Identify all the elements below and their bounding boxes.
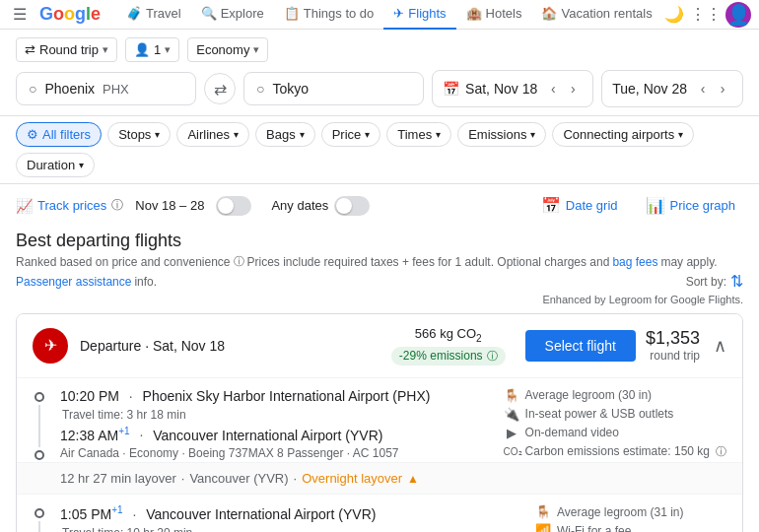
track-toggle[interactable] [216,196,251,216]
nav-tabs: 🧳 Travel 🔍 Explore 📋 Things to do ✈ Flig… [116,0,662,30]
things-icon: 📋 [284,6,300,21]
passenger-link[interactable]: Passenger assistance [16,275,131,289]
cabin-label: Economy [196,42,249,57]
destination-city: Tokyo [273,81,310,97]
date-grid-button[interactable]: 📅 Date grid [533,192,626,219]
seg1-amenities: 🪑 Average legroom (30 in) 🔌 In-seat powe… [488,388,726,461]
emissions-chevron-icon: ▾ [530,129,535,140]
swap-button[interactable]: ⇄ [204,73,236,104]
duration-label: Duration [27,158,75,172]
apps-icon[interactable]: ⋮⋮ [694,3,718,27]
expand-icon[interactable]: ∧ [714,335,726,357]
track-prices-group[interactable]: 📈 Track prices ⓘ [16,197,123,214]
cabin-chevron-icon: ▾ [253,43,259,56]
seg1-arrive-sup: +1 [118,426,129,436]
layover-dot2: · [294,471,298,486]
return-date-field[interactable]: Tue, Nov 28 ‹ › [601,70,743,107]
segment-2: 1:05 PM+1 · Vancouver International Airp… [17,494,742,532]
filter-duration[interactable]: Duration ▾ [16,153,95,177]
passengers-label: 1 [154,42,161,57]
seg1-arrive-dot: · [139,427,143,442]
segment-1-arrive: 12:38 AM+1 · Vancouver International Air… [60,426,488,443]
any-dates-toggle[interactable] [334,196,370,216]
seg2-wifi-label: Wi-Fi for a fee [557,524,631,532]
avatar[interactable]: 👤 [725,2,751,28]
flight-card-header[interactable]: ✈ Departure · Sat, Nov 18 566 kg CO2 -29… [17,314,742,377]
passengers-select[interactable]: 👤 1 ▾ [125,37,179,62]
airline-logo: ✈ [33,328,68,364]
seg1-depart-time: 10:20 PM [60,388,119,404]
trip-type-select[interactable]: ⇄ Round trip ▾ [16,37,117,62]
any-dates-label: Any dates [271,198,328,213]
connecting-chevron-icon: ▾ [678,129,683,140]
calendar-icon: 📅 [443,81,459,97]
filter-icon: ⚙ [27,127,38,142]
seg1-depart-dot: · [129,388,133,404]
layover-row: 12 hr 27 min layover · Vancouver (YVR) ·… [17,462,742,494]
cabin-class-select[interactable]: Economy ▾ [187,37,268,62]
bags-chevron-icon: ▾ [300,129,305,140]
layover-time: 12 hr 27 min layover [60,471,176,486]
nav-right: 🌙 ⋮⋮ 👤 [662,2,751,28]
tab-explore[interactable]: 🔍 Explore [191,0,274,30]
tab-travel[interactable]: 🧳 Travel [116,0,191,30]
return-next-icon[interactable]: › [713,79,732,99]
sort-icon[interactable]: ⇅ [730,272,743,291]
filter-price[interactable]: Price ▾ [321,122,381,147]
return-prev-icon[interactable]: ‹ [693,79,713,99]
amenity-row-4: CO₂ Carbon emissions estimate: 150 kg ⓘ [504,444,726,459]
departure-label: Departure · Sat, Nov 18 [80,338,225,354]
page-title: Best departing flights [16,231,743,251]
track-prices-icon: 📈 [16,198,33,214]
emissions-label: Emissions [468,127,526,142]
travel-icon: 🧳 [126,6,142,21]
segment-2-times: 1:05 PM+1 · Vancouver International Airp… [60,504,519,532]
dark-mode-icon[interactable]: 🌙 [662,3,686,27]
ranked-text: Ranked based on price and convenience [16,255,231,269]
bag-fees-link[interactable]: bag fees [612,255,657,269]
pax-chevron-icon: ▾ [165,43,171,56]
filter-connecting-airports[interactable]: Connecting airports ▾ [552,122,694,147]
results-subtext: Ranked based on price and convenience ⓘ … [16,254,743,305]
amenity-video-label: On-demand video [525,426,619,439]
tab-hotels[interactable]: 🏨 Hotels [456,0,532,30]
tab-travel-label: Travel [146,6,181,21]
search-row2: ○ Phoenix PHX ⇄ ○ Tokyo 📅 Sat, Nov 18 ‹ … [16,70,743,107]
filter-times[interactable]: Times ▾ [386,122,451,147]
segment-2-dots [33,504,46,532]
stops-chevron-icon: ▾ [155,129,160,140]
segment-2-dot-top [34,508,44,518]
seg2-depart-airport: Vancouver International Airport (YVR) [146,506,376,522]
emissions-info-icon: ⓘ [487,349,498,364]
filter-emissions[interactable]: Emissions ▾ [457,122,546,147]
round-trip-icon: ⇄ [25,42,35,57]
sort-by-group: Sort by: ⇅ [686,272,743,291]
co2-amount: 566 kg CO2 [415,326,482,344]
all-filters-label: All filters [42,127,91,142]
depart-date-field[interactable]: 📅 Sat, Nov 18 ‹ › [432,70,593,107]
select-flight-button[interactable]: Select flight [525,330,636,362]
destination-field[interactable]: ○ Tokyo [243,72,424,105]
tab-hotels-label: Hotels [486,6,522,21]
filter-bags[interactable]: Bags ▾ [255,122,315,147]
seg1-arrive-time: 12:38 AM [60,427,118,442]
top-nav: ☰ G o o g l e 🧳 Travel 🔍 Explore 📋 Thing… [0,0,759,30]
filter-stops[interactable]: Stops ▾ [107,122,171,147]
search-row1: ⇄ Round trip ▾ 👤 1 ▾ Economy ▾ [16,37,743,62]
dest-dot-icon: ○ [256,81,264,97]
origin-field[interactable]: ○ Phoenix PHX [16,72,196,105]
all-filters-button[interactable]: ⚙ All filters [16,122,102,147]
tab-flights[interactable]: ✈ Flights [383,0,455,30]
price-graph-button[interactable]: 📊 Price graph [638,192,743,219]
tab-vacation[interactable]: 🏠 Vacation rentals [531,0,661,30]
origin-city: Phoenix [44,81,95,97]
depart-prev-icon[interactable]: ‹ [543,79,563,99]
menu-icon[interactable]: ☰ [8,3,32,27]
legroom-note: Enhanced by Legroom for Google Flights. [16,294,743,305]
amenity-power-label: In-seat power & USB outlets [525,407,674,421]
depart-next-icon[interactable]: › [563,79,583,99]
filter-airlines[interactable]: Airlines ▾ [176,122,249,147]
return-date-nav: ‹ › [693,79,732,99]
tab-things[interactable]: 📋 Things to do [274,0,384,30]
segment-1-dots [33,388,46,461]
